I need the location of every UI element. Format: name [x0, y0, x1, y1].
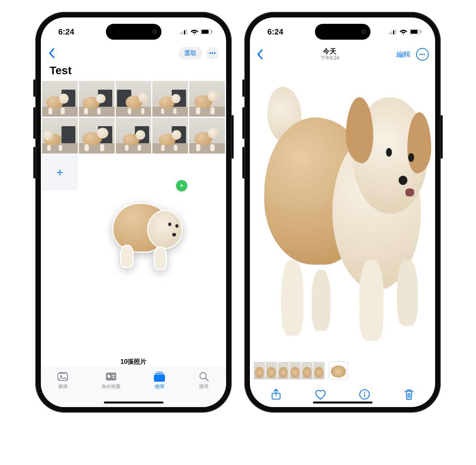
svg-rect-18 — [389, 33, 390, 35]
info-button[interactable] — [357, 386, 372, 402]
svg-rect-21 — [395, 29, 396, 35]
tab-label: 圖庫 — [58, 383, 68, 390]
filmstrip-thumb[interactable] — [290, 362, 301, 379]
album-title: Test — [41, 62, 226, 81]
back-button[interactable] — [48, 48, 55, 58]
tab-label: 搜尋 — [199, 383, 209, 390]
svg-rect-28 — [364, 394, 365, 397]
svg-rect-13 — [156, 371, 163, 373]
svg-point-27 — [364, 392, 365, 393]
photo-thumb[interactable] — [116, 118, 152, 154]
svg-rect-1 — [182, 31, 183, 35]
svg-rect-24 — [420, 31, 422, 33]
albums-icon — [154, 371, 165, 382]
svg-rect-19 — [391, 31, 392, 35]
photo-grid — [41, 81, 226, 154]
back-button[interactable] — [256, 49, 263, 60]
favorite-button[interactable] — [313, 386, 328, 402]
dynamic-island — [106, 24, 161, 40]
home-indicator[interactable] — [104, 402, 163, 404]
tab-label: 相簿 — [155, 383, 164, 390]
photo-thumb[interactable] — [152, 118, 188, 154]
status-time: 6:24 — [58, 27, 74, 37]
cellular-icon — [180, 29, 188, 35]
svg-rect-5 — [202, 30, 209, 34]
side-button — [441, 115, 443, 159]
filmstrip-thumb[interactable] — [254, 362, 265, 379]
filmstrip-thumb[interactable] — [313, 362, 324, 379]
side-button — [33, 107, 35, 139]
photo-thumb[interactable] — [79, 81, 115, 117]
side-button — [232, 115, 234, 159]
svg-rect-23 — [411, 30, 418, 34]
delete-button[interactable] — [401, 386, 417, 402]
detail-navbar: 今天 下午6:24 編輯 ••• — [250, 44, 435, 64]
svg-rect-20 — [393, 30, 394, 35]
side-button — [33, 79, 35, 97]
svg-point-9 — [60, 375, 62, 377]
phone-left: 6:24 選取 ••• Test — [35, 12, 232, 413]
photo-count-label: 10張照片 — [41, 358, 226, 368]
phone-right: 6:24 今天 下午6:24 編輯 ••• — [244, 12, 441, 413]
tab-search[interactable]: 搜尋 — [198, 371, 210, 407]
svg-rect-11 — [112, 375, 115, 376]
svg-rect-3 — [186, 29, 187, 35]
filmstrip-thumb[interactable] — [301, 362, 313, 379]
photo-thumb[interactable] — [189, 81, 225, 117]
svg-rect-6 — [211, 31, 213, 33]
more-button[interactable]: ••• — [206, 47, 219, 60]
dynamic-island — [315, 24, 370, 40]
share-button[interactable] — [268, 386, 284, 402]
tab-label: 為你推薦 — [102, 383, 121, 390]
photo-viewer[interactable] — [250, 64, 435, 359]
filmstrip-thumb-selected[interactable] — [329, 362, 347, 379]
side-button — [242, 107, 244, 139]
album-navbar: 選取 ••• — [41, 44, 226, 62]
tab-library[interactable]: 圖庫 — [57, 371, 69, 407]
svg-rect-2 — [184, 30, 185, 35]
foryou-icon — [105, 371, 117, 382]
filmstrip[interactable] — [250, 359, 435, 382]
detail-title-sub: 下午6:24 — [321, 56, 339, 61]
search-icon — [198, 371, 210, 382]
photo-thumb[interactable] — [42, 81, 78, 117]
svg-rect-12 — [112, 377, 115, 378]
battery-icon — [201, 29, 213, 35]
side-button — [242, 147, 244, 179]
svg-rect-8 — [59, 372, 67, 373]
svg-rect-0 — [180, 33, 181, 35]
wifi-icon — [190, 29, 198, 35]
filmstrip-thumb[interactable] — [266, 362, 277, 379]
detail-title-main: 今天 — [321, 48, 339, 56]
svg-rect-15 — [154, 375, 165, 382]
more-button[interactable]: ••• — [416, 48, 429, 61]
photo-thumb[interactable] — [116, 81, 152, 117]
side-button — [33, 147, 35, 179]
photo-thumb[interactable] — [152, 81, 188, 117]
photo-thumb[interactable] — [189, 118, 225, 154]
library-icon — [57, 371, 69, 382]
plus-icon: + — [56, 166, 63, 179]
filmstrip-thumb[interactable] — [278, 362, 289, 379]
photo-thumb[interactable] — [79, 118, 115, 154]
svg-rect-10 — [106, 373, 116, 380]
side-button — [242, 79, 244, 97]
select-button[interactable]: 選取 — [178, 47, 202, 60]
home-indicator[interactable] — [313, 402, 372, 404]
edit-button[interactable]: 編輯 — [396, 50, 411, 59]
wifi-icon — [399, 29, 407, 35]
detail-title: 今天 下午6:24 — [321, 48, 339, 61]
photo-thumb[interactable] — [42, 118, 78, 154]
battery-icon — [410, 29, 422, 35]
add-photo-button[interactable]: + — [42, 155, 78, 190]
cellular-icon — [389, 29, 397, 35]
status-time: 6:24 — [267, 27, 283, 37]
svg-line-17 — [205, 378, 208, 381]
svg-rect-14 — [155, 373, 164, 374]
